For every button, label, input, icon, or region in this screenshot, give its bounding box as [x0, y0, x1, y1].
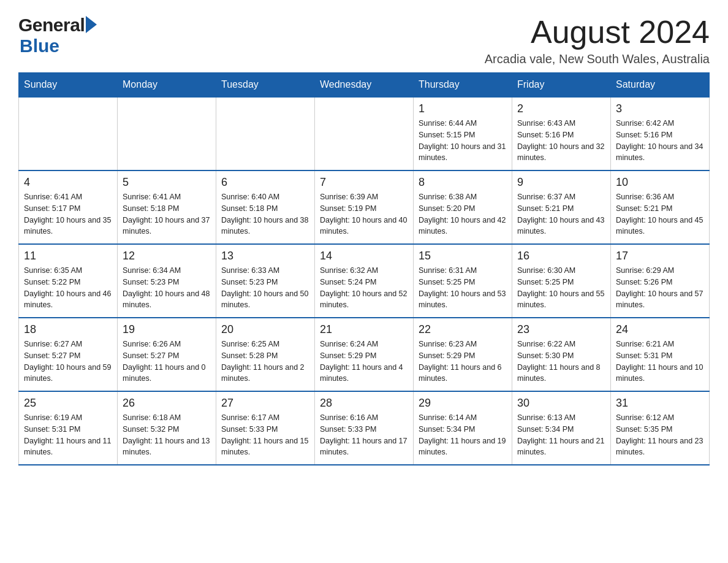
- logo-blue-text: Blue: [20, 36, 59, 56]
- table-row: 24Sunrise: 6:21 AMSunset: 5:31 PMDayligh…: [611, 318, 710, 391]
- table-row: 18Sunrise: 6:27 AMSunset: 5:27 PMDayligh…: [19, 318, 118, 391]
- table-row: 9Sunrise: 6:37 AMSunset: 5:21 PMDaylight…: [512, 170, 611, 244]
- calendar-week-row: 4Sunrise: 6:41 AMSunset: 5:17 PMDaylight…: [19, 170, 710, 244]
- calendar-week-row: 25Sunrise: 6:19 AMSunset: 5:31 PMDayligh…: [19, 391, 710, 465]
- month-title: August 2024: [485, 15, 710, 50]
- day-info: Sunrise: 6:30 AMSunset: 5:25 PMDaylight:…: [517, 265, 605, 311]
- table-row: 28Sunrise: 6:16 AMSunset: 5:33 PMDayligh…: [315, 391, 414, 465]
- day-info: Sunrise: 6:31 AMSunset: 5:25 PMDaylight:…: [419, 265, 507, 311]
- day-info: Sunrise: 6:23 AMSunset: 5:29 PMDaylight:…: [419, 339, 507, 385]
- logo: General Blue: [18, 15, 97, 56]
- col-tuesday: Tuesday: [216, 73, 315, 98]
- col-monday: Monday: [118, 73, 216, 98]
- table-row: 19Sunrise: 6:26 AMSunset: 5:27 PMDayligh…: [118, 318, 216, 391]
- day-number: 17: [616, 250, 704, 262]
- day-info: Sunrise: 6:18 AMSunset: 5:32 PMDaylight:…: [123, 412, 211, 458]
- day-number: 27: [221, 397, 309, 410]
- day-info: Sunrise: 6:44 AMSunset: 5:15 PMDaylight:…: [419, 118, 507, 164]
- day-number: 13: [221, 250, 309, 262]
- day-info: Sunrise: 6:21 AMSunset: 5:31 PMDaylight:…: [616, 339, 704, 385]
- table-row: [315, 97, 414, 170]
- table-row: 27Sunrise: 6:17 AMSunset: 5:33 PMDayligh…: [216, 391, 315, 465]
- table-row: 7Sunrise: 6:39 AMSunset: 5:19 PMDaylight…: [315, 170, 414, 244]
- table-row: [216, 97, 315, 170]
- table-row: 11Sunrise: 6:35 AMSunset: 5:22 PMDayligh…: [19, 244, 118, 318]
- day-info: Sunrise: 6:19 AMSunset: 5:31 PMDaylight:…: [24, 412, 112, 458]
- table-row: 21Sunrise: 6:24 AMSunset: 5:29 PMDayligh…: [315, 318, 414, 391]
- table-row: 31Sunrise: 6:12 AMSunset: 5:35 PMDayligh…: [611, 391, 710, 465]
- table-row: 29Sunrise: 6:14 AMSunset: 5:34 PMDayligh…: [414, 391, 512, 465]
- day-info: Sunrise: 6:39 AMSunset: 5:19 PMDaylight:…: [320, 191, 408, 237]
- table-row: 14Sunrise: 6:32 AMSunset: 5:24 PMDayligh…: [315, 244, 414, 318]
- col-thursday: Thursday: [414, 73, 512, 98]
- table-row: 30Sunrise: 6:13 AMSunset: 5:34 PMDayligh…: [512, 391, 611, 465]
- calendar-week-row: 1Sunrise: 6:44 AMSunset: 5:15 PMDaylight…: [19, 97, 710, 170]
- table-row: 1Sunrise: 6:44 AMSunset: 5:15 PMDaylight…: [414, 97, 512, 170]
- day-info: Sunrise: 6:25 AMSunset: 5:28 PMDaylight:…: [221, 339, 309, 385]
- day-number: 4: [24, 176, 112, 189]
- day-number: 31: [616, 397, 704, 410]
- calendar-header-row: Sunday Monday Tuesday Wednesday Thursday…: [19, 73, 710, 98]
- calendar-table: Sunday Monday Tuesday Wednesday Thursday…: [18, 72, 710, 465]
- location-title: Arcadia vale, New South Wales, Australia: [485, 52, 710, 66]
- col-sunday: Sunday: [19, 73, 118, 98]
- day-info: Sunrise: 6:41 AMSunset: 5:18 PMDaylight:…: [123, 191, 211, 237]
- day-number: 23: [517, 323, 605, 336]
- day-number: 1: [419, 102, 507, 115]
- col-saturday: Saturday: [611, 73, 710, 98]
- day-number: 29: [419, 397, 507, 410]
- col-wednesday: Wednesday: [315, 73, 414, 98]
- day-info: Sunrise: 6:29 AMSunset: 5:26 PMDaylight:…: [616, 265, 704, 311]
- day-number: 15: [419, 250, 507, 262]
- table-row: 6Sunrise: 6:40 AMSunset: 5:18 PMDaylight…: [216, 170, 315, 244]
- table-row: 23Sunrise: 6:22 AMSunset: 5:30 PMDayligh…: [512, 318, 611, 391]
- day-number: 8: [419, 176, 507, 189]
- day-number: 26: [123, 397, 211, 410]
- table-row: 15Sunrise: 6:31 AMSunset: 5:25 PMDayligh…: [414, 244, 512, 318]
- table-row: 12Sunrise: 6:34 AMSunset: 5:23 PMDayligh…: [118, 244, 216, 318]
- day-info: Sunrise: 6:43 AMSunset: 5:16 PMDaylight:…: [517, 118, 605, 164]
- table-row: 25Sunrise: 6:19 AMSunset: 5:31 PMDayligh…: [19, 391, 118, 465]
- table-row: 2Sunrise: 6:43 AMSunset: 5:16 PMDaylight…: [512, 97, 611, 170]
- day-number: 6: [221, 176, 309, 189]
- day-info: Sunrise: 6:42 AMSunset: 5:16 PMDaylight:…: [616, 118, 704, 164]
- table-row: [118, 97, 216, 170]
- day-info: Sunrise: 6:38 AMSunset: 5:20 PMDaylight:…: [419, 191, 507, 237]
- day-number: 10: [616, 176, 704, 189]
- calendar-week-row: 11Sunrise: 6:35 AMSunset: 5:22 PMDayligh…: [19, 244, 710, 318]
- table-row: 20Sunrise: 6:25 AMSunset: 5:28 PMDayligh…: [216, 318, 315, 391]
- table-row: 13Sunrise: 6:33 AMSunset: 5:23 PMDayligh…: [216, 244, 315, 318]
- day-number: 5: [123, 176, 211, 189]
- day-number: 22: [419, 323, 507, 336]
- table-row: 22Sunrise: 6:23 AMSunset: 5:29 PMDayligh…: [414, 318, 512, 391]
- table-row: 4Sunrise: 6:41 AMSunset: 5:17 PMDaylight…: [19, 170, 118, 244]
- day-number: 3: [616, 102, 704, 115]
- day-number: 24: [616, 323, 704, 336]
- day-number: 12: [123, 250, 211, 262]
- day-info: Sunrise: 6:40 AMSunset: 5:18 PMDaylight:…: [221, 191, 309, 237]
- day-info: Sunrise: 6:26 AMSunset: 5:27 PMDaylight:…: [123, 339, 211, 385]
- day-info: Sunrise: 6:35 AMSunset: 5:22 PMDaylight:…: [24, 265, 112, 311]
- day-number: 25: [24, 397, 112, 410]
- title-area: August 2024 Arcadia vale, New South Wale…: [485, 15, 710, 66]
- page-header: General Blue August 2024 Arcadia vale, N…: [18, 15, 710, 66]
- day-number: 28: [320, 397, 408, 410]
- day-number: 7: [320, 176, 408, 189]
- table-row: 17Sunrise: 6:29 AMSunset: 5:26 PMDayligh…: [611, 244, 710, 318]
- day-number: 20: [221, 323, 309, 336]
- day-info: Sunrise: 6:13 AMSunset: 5:34 PMDaylight:…: [517, 412, 605, 458]
- table-row: 16Sunrise: 6:30 AMSunset: 5:25 PMDayligh…: [512, 244, 611, 318]
- day-number: 9: [517, 176, 605, 189]
- day-info: Sunrise: 6:37 AMSunset: 5:21 PMDaylight:…: [517, 191, 605, 237]
- day-number: 14: [320, 250, 408, 262]
- day-number: 18: [24, 323, 112, 336]
- table-row: 3Sunrise: 6:42 AMSunset: 5:16 PMDaylight…: [611, 97, 710, 170]
- day-number: 30: [517, 397, 605, 410]
- day-info: Sunrise: 6:41 AMSunset: 5:17 PMDaylight:…: [24, 191, 112, 237]
- day-info: Sunrise: 6:33 AMSunset: 5:23 PMDaylight:…: [221, 265, 309, 311]
- logo-general-text: General: [18, 15, 85, 36]
- day-number: 2: [517, 102, 605, 115]
- table-row: 5Sunrise: 6:41 AMSunset: 5:18 PMDaylight…: [118, 170, 216, 244]
- day-info: Sunrise: 6:36 AMSunset: 5:21 PMDaylight:…: [616, 191, 704, 237]
- day-number: 21: [320, 323, 408, 336]
